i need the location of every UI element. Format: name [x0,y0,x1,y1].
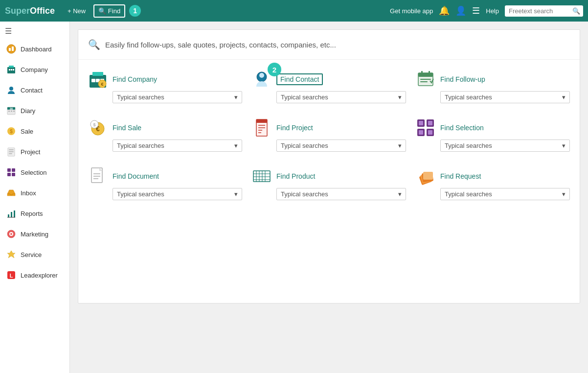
sidebar-item-marketing[interactable]: Marketing [0,224,69,244]
dashboard-label: Dashboard [21,46,52,53]
svg-rect-36 [92,72,103,76]
svg-rect-26 [11,212,12,217]
user-icon[interactable]: 👤 [455,5,466,16]
find-sale-dropdown[interactable]: Typical searches ▾ [113,140,242,152]
find-button[interactable]: 🔍 Find [93,4,125,18]
find-card-contact: 2 Find Contact Typical se [252,70,406,103]
svg-rect-21 [7,168,11,172]
find-card-product-top: Find Product [252,166,406,186]
svg-rect-7 [13,69,14,70]
sidebar-item-leadexplorer[interactable]: L Leadexplorer [0,265,69,285]
menu-icon[interactable]: ☰ [472,5,480,16]
inbox-label: Inbox [21,189,36,197]
company-label: Company [21,66,48,73]
find-panel: 🔍 Easily find follow-ups, sale quotes, p… [78,29,580,303]
find-selection-dropdown[interactable]: Typical searches ▾ [440,140,570,152]
reports-label: Reports [21,210,43,217]
svg-rect-66 [419,130,423,135]
find-followup-dropdown[interactable]: Typical searches ▾ [440,91,570,103]
sidebar-item-reports[interactable]: Reports [0,203,69,224]
help-link[interactable]: Help [486,7,499,15]
svg-marker-32 [7,251,15,258]
contact-label: Contact [21,87,43,94]
mobile-app-link[interactable]: Get mobile app [390,7,433,15]
find-contact-link[interactable]: Find Contact [276,73,323,85]
svg-text:L: L [10,273,13,279]
svg-rect-2 [12,47,14,51]
sidebar-item-service[interactable]: Service [0,244,69,265]
find-request-dropdown[interactable]: Typical searches ▾ [440,188,570,200]
find-followup-link[interactable]: Find Follow-up [440,75,485,83]
find-contact-dropdown[interactable]: Typical searches ▾ [276,91,406,103]
find-grid: € Find Company Typical searches ▾ 2 [78,60,580,210]
svg-rect-1 [9,48,11,51]
contact-icon [6,85,17,95]
svg-rect-5 [9,69,10,70]
chevron-down-icon: ▾ [398,93,402,101]
new-button[interactable]: + New [64,5,90,17]
svg-rect-45 [418,73,433,77]
sidebar-item-diary[interactable]: 30 Diary [0,100,69,121]
find-sale-link[interactable]: Find Sale [113,124,141,132]
svg-rect-18 [9,149,14,150]
svg-rect-67 [428,130,432,135]
sale-icon: $ [6,126,17,137]
sidebar-item-dashboard[interactable]: Dashboard [0,39,69,59]
svg-rect-27 [14,210,15,217]
chevron-down-icon: ▾ [562,190,565,198]
marketing-label: Marketing [21,231,48,238]
bell-icon[interactable]: 🔔 [439,5,450,16]
find-card-document-top: Find Document [88,166,242,186]
main-layout: ☰ Dashboard Company Contact 30 Diary [0,22,588,373]
find-company-dropdown[interactable]: Typical searches ▾ [113,91,242,103]
selection-label: Selection [21,169,46,176]
sidebar-item-selection[interactable]: Selection [0,162,69,183]
svg-point-31 [10,233,12,235]
sidebar-item-inbox[interactable]: Inbox [0,183,69,203]
sidebar-item-company[interactable]: Company [0,59,69,80]
find-product-dropdown[interactable]: Typical searches ▾ [276,188,406,200]
sidebar-item-project[interactable]: Project [0,141,69,162]
project-label: Project [21,148,40,156]
sidebar-toggle[interactable]: ☰ [0,23,69,39]
sidebar-item-contact[interactable]: Contact [0,80,69,100]
find-request-link[interactable]: Find Request [440,172,481,180]
marketing-icon [6,229,17,239]
sidebar-item-sale[interactable]: $ Sale [0,121,69,141]
freetext-search-input[interactable] [505,5,583,17]
svg-rect-46 [420,79,431,80]
leadexplorer-icon: L [6,270,17,280]
find-card-followup-top: Find Follow-up [416,70,570,89]
sidebar: ☰ Dashboard Company Contact 30 Diary [0,22,70,373]
svg-rect-13 [11,111,12,112]
find-card-company: € Find Company Typical searches ▾ [88,70,242,103]
svg-rect-24 [12,173,15,176]
chevron-down-icon: ▾ [398,142,402,149]
svg-rect-65 [428,121,432,125]
svg-point-0 [7,45,16,53]
svg-rect-84 [423,172,433,180]
svg-point-43 [259,73,264,78]
step2-badge: 2 [268,63,281,76]
find-project-dropdown[interactable]: Typical searches ▾ [276,140,406,152]
find-product-link[interactable]: Find Product [276,172,315,180]
find-selection-link[interactable]: Find Selection [440,124,484,132]
svg-rect-20 [9,153,12,154]
find-document-dropdown[interactable]: Typical searches ▾ [113,188,242,200]
company-icon [6,64,17,75]
selection-icon [6,167,17,178]
find-card-sale-top: € $ Find Sale [88,118,242,138]
find-document-link[interactable]: Find Document [113,172,159,180]
find-card-followup: Find Follow-up Typical searches ▾ [416,70,570,103]
reports-icon [6,208,17,219]
svg-rect-25 [8,214,9,217]
find-selection-icon [416,118,435,138]
find-card-sale: € $ Find Sale Typical searches ▾ [88,118,242,152]
svg-rect-19 [9,151,14,152]
find-company-icon: € [88,70,108,89]
chevron-down-icon: ▾ [234,142,238,149]
find-project-link[interactable]: Find Project [276,124,313,132]
topnav-right: Get mobile app 🔔 👤 ☰ Help 🔍 [390,5,583,17]
find-company-link[interactable]: Find Company [113,75,157,83]
svg-rect-22 [12,168,15,172]
